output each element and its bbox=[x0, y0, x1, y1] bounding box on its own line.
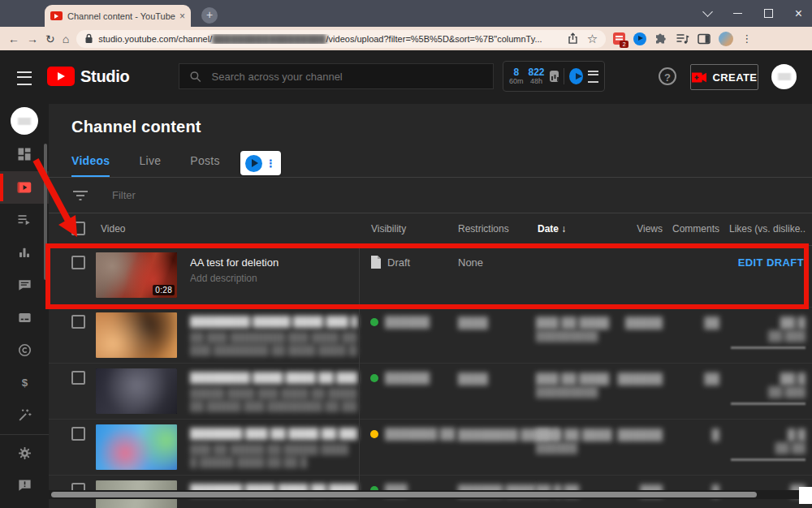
side-panel-icon[interactable] bbox=[698, 33, 710, 45]
video-thumbnail[interactable] bbox=[96, 368, 177, 414]
row-checkbox[interactable] bbox=[71, 256, 85, 269]
extension-kebab-icon[interactable]: ⋮ bbox=[266, 158, 276, 169]
comments-cell: ██ bbox=[705, 372, 719, 385]
video-row-redacted[interactable]: ███████ ███ ██ ████ ██ ███████ █ ███ ██ … bbox=[49, 420, 812, 476]
video-title[interactable]: ███████ ███ ██ ████ ██ ███████ █ bbox=[190, 428, 357, 440]
row-checkbox[interactable] bbox=[71, 427, 85, 441]
sidebar-item-monetization[interactable]: $ bbox=[0, 366, 49, 398]
horizontal-scrollbar-thumb[interactable] bbox=[51, 492, 757, 497]
video-thumbnail[interactable]: 0:28 bbox=[96, 252, 177, 298]
video-description: ███ ████████ ██ ████ ████ ██████ bbox=[190, 345, 357, 356]
gear-icon bbox=[17, 446, 32, 461]
video-row-draft[interactable]: 0:28 AA test for deletion Add descriptio… bbox=[49, 245, 812, 308]
sidebar-channel-avatar[interactable] bbox=[11, 107, 38, 135]
tab-posts[interactable]: Posts bbox=[190, 154, 220, 178]
edit-draft-link[interactable]: EDIT DRAFT bbox=[738, 256, 804, 269]
video-row-redacted[interactable]: ████████ █████ ████ ███ ██ ████ ██ ███ █… bbox=[49, 308, 812, 364]
col-restrictions[interactable]: Restrictions bbox=[458, 223, 509, 235]
dashboard-icon bbox=[16, 146, 32, 162]
studio-logo[interactable]: Studio bbox=[47, 67, 129, 86]
sidebar-item-subtitles[interactable] bbox=[0, 301, 49, 334]
likes-cell: █ █ bbox=[788, 428, 806, 441]
sidebar-item-copyright[interactable] bbox=[0, 334, 49, 366]
sidebar-item-feedback[interactable] bbox=[0, 469, 49, 502]
widget-menu-icon[interactable] bbox=[588, 71, 598, 83]
extensions-puzzle-icon[interactable] bbox=[654, 32, 667, 45]
col-comments[interactable]: Comments bbox=[672, 223, 719, 235]
browser-menu-icon[interactable]: ⋮ bbox=[741, 32, 752, 45]
filter-icon[interactable] bbox=[73, 191, 88, 200]
visibility-dot-icon bbox=[370, 318, 378, 326]
forward-icon[interactable]: → bbox=[27, 32, 38, 45]
visibility-label: ██████ bbox=[385, 316, 430, 328]
browser-tab[interactable]: Channel content - YouTube Stud × bbox=[45, 5, 191, 27]
widget-play-icon[interactable] bbox=[569, 68, 583, 84]
sidebar-item-settings[interactable] bbox=[0, 437, 49, 469]
feedback-icon bbox=[17, 478, 32, 493]
back-icon[interactable]: ← bbox=[8, 32, 19, 45]
extension-play-icon[interactable] bbox=[245, 155, 262, 172]
col-views[interactable]: Views bbox=[637, 223, 663, 235]
extension-red-icon[interactable]: 2 bbox=[613, 32, 625, 45]
video-thumbnail[interactable] bbox=[96, 312, 177, 358]
tab-close-icon[interactable]: × bbox=[179, 11, 185, 22]
sidebar-item-playlists[interactable] bbox=[0, 204, 49, 236]
col-likes[interactable]: Likes (vs. dislike.. bbox=[729, 223, 806, 235]
window-close-button[interactable]: × bbox=[795, 7, 802, 20]
video-thumbnail[interactable] bbox=[96, 424, 177, 470]
stat-watch: 82248h bbox=[529, 67, 545, 85]
studio-body: $ bbox=[0, 104, 812, 508]
filter-input[interactable] bbox=[110, 188, 357, 202]
account-avatar[interactable] bbox=[771, 64, 797, 89]
row-checkbox[interactable] bbox=[71, 371, 85, 385]
menu-hamburger-icon[interactable] bbox=[17, 71, 32, 85]
extension-stats-widget[interactable]: 860m 82248h bbox=[503, 61, 605, 92]
reload-icon[interactable]: ↻ bbox=[45, 32, 55, 45]
sidebar-item-analytics[interactable] bbox=[0, 236, 49, 269]
sidebar-item-content[interactable] bbox=[0, 171, 49, 204]
url-path: /videos/upload?filter=%5B%5D&sort=%7B"co… bbox=[326, 34, 542, 44]
youtube-logo-icon bbox=[47, 67, 75, 86]
share-icon[interactable] bbox=[567, 32, 579, 45]
window-chevron-icon[interactable] bbox=[702, 6, 713, 17]
search-input[interactable] bbox=[210, 70, 483, 84]
views-cell: █████ bbox=[625, 316, 663, 329]
col-visibility[interactable]: Visibility bbox=[371, 223, 406, 235]
extension-badge: 2 bbox=[620, 41, 628, 48]
home-icon[interactable]: ⌂ bbox=[63, 32, 69, 45]
sidebar-scrollbar[interactable] bbox=[44, 144, 47, 280]
new-tab-button[interactable]: + bbox=[201, 7, 218, 24]
views-cell: ██████ bbox=[618, 428, 663, 441]
sidebar-item-customization[interactable] bbox=[0, 398, 49, 431]
url-text: studio.youtube.com/channel/ ████████████… bbox=[98, 34, 542, 44]
tab-live[interactable]: Live bbox=[139, 154, 161, 178]
svg-text:$: $ bbox=[21, 377, 28, 389]
extension-blue-play-icon[interactable] bbox=[633, 32, 646, 45]
video-title[interactable]: ████████ █████ ████ ███ ██ ████ bbox=[190, 316, 357, 328]
browser-profile-avatar[interactable] bbox=[719, 32, 733, 46]
reading-list-icon[interactable] bbox=[676, 32, 689, 45]
help-button[interactable]: ? bbox=[659, 67, 676, 85]
col-date-sorted[interactable]: Date ↓ bbox=[538, 223, 566, 235]
extension-overlay-pill[interactable]: ⋮ bbox=[240, 151, 281, 175]
col-video: Video bbox=[101, 223, 125, 235]
video-description[interactable]: Add description bbox=[190, 273, 357, 284]
select-all-checkbox[interactable] bbox=[71, 222, 85, 235]
tab-videos[interactable]: Videos bbox=[71, 154, 110, 178]
sidebar-item-comments[interactable] bbox=[0, 269, 49, 301]
row-checkbox[interactable] bbox=[71, 315, 85, 329]
video-row-redacted[interactable]: ████████ ████ ████ ██ ███████ █ █████ ██… bbox=[49, 364, 812, 420]
sidebar-item-dashboard[interactable] bbox=[0, 138, 49, 170]
window-minimize-button[interactable] bbox=[733, 13, 742, 15]
dollar-icon: $ bbox=[17, 375, 32, 390]
window-maximize-button[interactable] bbox=[764, 9, 773, 18]
video-title[interactable]: AA test for deletion bbox=[190, 256, 357, 269]
create-button[interactable]: CREATE bbox=[690, 64, 758, 90]
visibility-dot-icon bbox=[370, 374, 378, 382]
date-cell: ██ █ ██ ████ bbox=[536, 428, 612, 441]
comments-cell: ██ bbox=[705, 316, 719, 329]
bookmark-star-icon[interactable]: ☆ bbox=[587, 32, 598, 46]
channel-search[interactable] bbox=[179, 63, 494, 89]
address-bar[interactable]: studio.youtube.com/channel/ ████████████… bbox=[76, 30, 606, 48]
video-title[interactable]: ████████ ████ ████ ██ ███████ █ bbox=[190, 372, 357, 384]
